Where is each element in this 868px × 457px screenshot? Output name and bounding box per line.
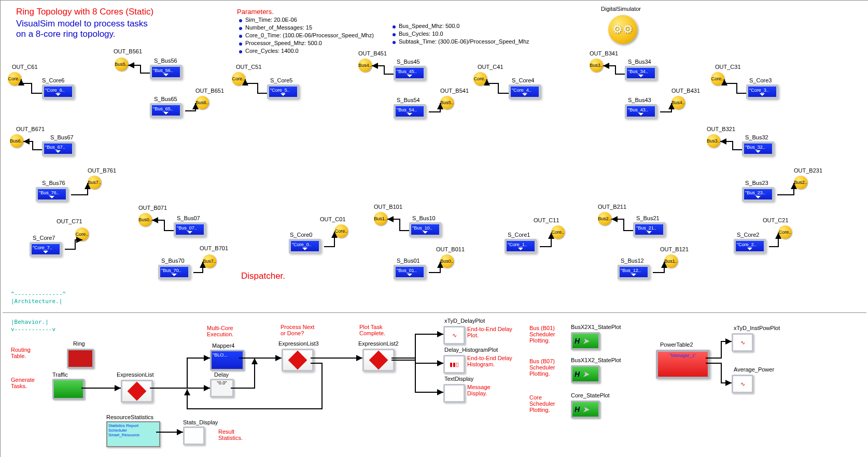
block-busx2x1-stateplot[interactable]: H➤: [571, 332, 600, 350]
delay-label: Delay: [214, 372, 229, 378]
block-stats-display[interactable]: [183, 426, 205, 445]
block-s-bus54[interactable]: "Bus_54..: [394, 104, 426, 119]
port-out-c51[interactable]: Core..: [232, 72, 245, 85]
port-out-b671[interactable]: Bus6..: [10, 134, 23, 148]
block-s-bus23[interactable]: "Bus_23..: [742, 187, 774, 202]
arrow-icon: ➤: [583, 337, 589, 345]
block-s-core1[interactable]: "Core_1..: [505, 239, 537, 253]
port-out-b651[interactable]: Bus6..: [195, 96, 209, 109]
port-out-b231[interactable]: Bus2..: [794, 176, 807, 189]
port-out-c61[interactable]: Core..: [8, 72, 21, 85]
block-s-bus45[interactable]: "Bus_45..: [394, 66, 426, 80]
block-inst-pow-plot[interactable]: ∿: [732, 333, 753, 352]
block-busx1x2-stateplot[interactable]: H➤: [571, 365, 600, 383]
block-s-core3[interactable]: "Core_3..: [746, 84, 778, 99]
out-c51-label: OUT_C51: [236, 64, 262, 70]
digital-simulator-block[interactable]: ⚙⚙: [608, 15, 637, 44]
out-b561-label: OUT_B561: [114, 48, 142, 54]
xtyd-delayplot-label: xTyD_DelayPlot: [444, 318, 485, 324]
block-s-bus10[interactable]: "Bus_10..: [409, 222, 441, 237]
port-out-b321[interactable]: Bus3..: [707, 134, 720, 148]
out-b071-label: OUT_B071: [138, 205, 167, 211]
block-expressionlist[interactable]: [121, 380, 153, 403]
block-delay-histogram[interactable]: ▮▮▯: [443, 355, 465, 374]
block-text-display[interactable]: [443, 384, 465, 403]
block-s-bus76[interactable]: "Bus_76..: [36, 187, 68, 202]
block-s-core2[interactable]: "Core_2..: [734, 239, 766, 253]
block-mapper4[interactable]: "BLO...: [210, 350, 244, 370]
block-delay[interactable]: "0.0": [210, 379, 234, 397]
e2e-delay-plot-label: End-to-End Delay Plot.: [467, 326, 512, 338]
block-expressionlist2[interactable]: [362, 349, 395, 372]
out-b701-label: OUT_B701: [200, 245, 228, 251]
block-s-core4[interactable]: "Core_4..: [509, 84, 541, 99]
block-s-bus34[interactable]: "Bus_34..: [625, 66, 657, 80]
out-b341-label: OUT_B341: [590, 50, 618, 56]
block-s-bus32[interactable]: "Bus_32..: [742, 141, 774, 156]
param-subtask-time: Subtask_Time: (300.0E-06)/Processor_Spee…: [399, 38, 529, 45]
block-s-bus01[interactable]: "Bus_01..: [394, 265, 426, 279]
expressionlist2-label: ExpressionList2: [358, 340, 399, 347]
block-s-bus21[interactable]: "Bus_21..: [633, 222, 665, 237]
s-core3-label: S_Core3: [749, 77, 772, 83]
param-proc-speed: Processor_Speed_Mhz: 500.0: [245, 40, 322, 46]
bullet-icon: [393, 25, 396, 28]
port-out-b431[interactable]: Bus4..: [671, 96, 685, 109]
port-out-b541[interactable]: Bus5..: [440, 96, 454, 109]
block-avg-power[interactable]: ∿: [732, 375, 753, 393]
block-s-bus65[interactable]: "Bus_65..: [150, 103, 182, 118]
behavior-label: |Behavior.|: [11, 319, 49, 325]
block-s-bus12[interactable]: "Bus_12..: [618, 265, 650, 279]
core-sched-label: Core Scheduler Plotting.: [529, 394, 555, 413]
port-out-b451[interactable]: Bus4..: [358, 59, 372, 72]
port-out-c01[interactable]: Core..: [334, 224, 348, 238]
port-out-c21[interactable]: Core..: [778, 225, 792, 239]
out-c31-label: OUT_C31: [715, 64, 741, 70]
powertable2-label: PowerTable2: [660, 341, 693, 348]
port-out-b341[interactable]: Bus3..: [590, 59, 603, 72]
lineplot-icon: ∿: [452, 332, 457, 339]
out-b211-label: OUT_B211: [598, 204, 626, 210]
port-out-b071[interactable]: Bus0..: [138, 213, 152, 226]
s-bus12-label: S_Bus12: [621, 258, 644, 264]
port-out-c71[interactable]: Core..: [75, 227, 89, 241]
block-s-core7[interactable]: "Core_7..: [30, 242, 62, 256]
port-out-b121[interactable]: Bus1..: [664, 254, 678, 268]
result-statistics-label: Result Statistics.: [218, 429, 243, 441]
block-ring[interactable]: [67, 349, 94, 368]
block-traffic[interactable]: [52, 379, 85, 399]
port-out-b011[interactable]: Bus0..: [440, 254, 454, 268]
port-out-b101[interactable]: Bus1..: [374, 212, 387, 225]
param-bus-cycles: Bus_Cycles: 10.0: [399, 31, 443, 37]
block-xtyd-delayplot[interactable]: ∿: [443, 326, 465, 345]
block-core-stateplot[interactable]: H➤: [571, 401, 600, 418]
port-out-c11[interactable]: Core..: [551, 225, 565, 239]
block-s-bus07[interactable]: "Bus_07..: [174, 222, 206, 237]
block-s-core0[interactable]: "Core_0..: [289, 239, 321, 253]
block-powertable2[interactable]: "Manager_1": [656, 350, 710, 379]
model-canvas[interactable]: Ring Topology with 8 Cores (Static) Visu…: [0, 0, 868, 457]
bus01-sched-label: Bus (B01) Scheduler Plotting.: [529, 325, 555, 344]
block-expressionlist3[interactable]: [282, 349, 314, 372]
block-s-bus56[interactable]: "Bus_56..: [150, 65, 182, 79]
port-out-c31[interactable]: Core..: [711, 72, 724, 85]
port-out-c41[interactable]: Core..: [473, 72, 487, 85]
block-s-bus67[interactable]: "Bus_67..: [42, 141, 74, 156]
block-s-core5[interactable]: "Core_5..: [267, 84, 299, 99]
port-out-b211[interactable]: Bus2..: [598, 212, 611, 225]
s-bus21-label: S_Bus21: [636, 215, 660, 221]
lineplot-icon: ∿: [740, 381, 745, 388]
block-s-core6[interactable]: "Core_6..: [42, 84, 74, 99]
out-b761-label: OUT_B761: [88, 167, 116, 174]
out-b671-label: OUT_B671: [16, 126, 45, 132]
out-b541-label: OUT_B541: [440, 88, 469, 94]
block-s-bus70[interactable]: "Bus_70..: [158, 265, 190, 279]
s-bus43-label: S_Bus43: [628, 97, 651, 103]
block-s-bus43[interactable]: "Bus_43..: [625, 104, 657, 119]
port-out-b561[interactable]: Bus5..: [115, 58, 128, 71]
s-bus23-label: S_Bus23: [745, 180, 768, 186]
s-core5-label: S_Core5: [270, 77, 292, 83]
port-out-b701[interactable]: Bus7..: [203, 254, 216, 268]
block-resourcestatistics[interactable]: Statistics Report Scheduler Smart_Resour…: [106, 421, 160, 447]
port-out-b761[interactable]: Bus7..: [88, 176, 101, 189]
